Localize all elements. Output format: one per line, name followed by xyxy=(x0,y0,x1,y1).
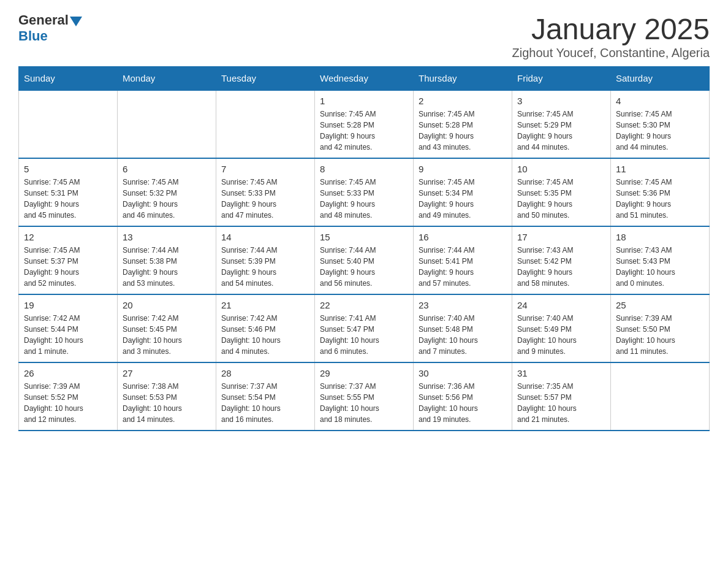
calendar-cell: 12Sunrise: 7:45 AM Sunset: 5:37 PM Dayli… xyxy=(19,226,118,294)
day-info: Sunrise: 7:42 AM Sunset: 5:44 PM Dayligh… xyxy=(24,313,112,357)
logo: General Blue xyxy=(18,12,82,44)
calendar-cell: 31Sunrise: 7:35 AM Sunset: 5:57 PM Dayli… xyxy=(512,362,611,431)
day-number: 8 xyxy=(320,164,408,174)
column-header-sunday: Sunday xyxy=(19,67,118,91)
day-number: 1 xyxy=(320,96,408,106)
day-info: Sunrise: 7:45 AM Sunset: 5:33 PM Dayligh… xyxy=(320,177,408,221)
column-header-monday: Monday xyxy=(118,67,216,91)
calendar-cell: 3Sunrise: 7:45 AM Sunset: 5:29 PM Daylig… xyxy=(512,90,611,158)
calendar-cell xyxy=(216,90,315,158)
day-number: 21 xyxy=(221,300,309,310)
day-number: 6 xyxy=(123,164,211,174)
calendar-cell: 4Sunrise: 7:45 AM Sunset: 5:30 PM Daylig… xyxy=(611,90,710,158)
calendar-cell: 24Sunrise: 7:40 AM Sunset: 5:49 PM Dayli… xyxy=(512,294,611,362)
day-info: Sunrise: 7:44 AM Sunset: 5:41 PM Dayligh… xyxy=(419,245,507,289)
column-header-thursday: Thursday xyxy=(414,67,512,91)
day-number: 16 xyxy=(419,232,507,242)
day-number: 20 xyxy=(123,300,211,310)
calendar-cell: 18Sunrise: 7:43 AM Sunset: 5:43 PM Dayli… xyxy=(611,226,710,294)
calendar-week-row: 5Sunrise: 7:45 AM Sunset: 5:31 PM Daylig… xyxy=(19,158,710,226)
calendar-cell: 29Sunrise: 7:37 AM Sunset: 5:55 PM Dayli… xyxy=(315,362,414,431)
calendar-header-row: SundayMondayTuesdayWednesdayThursdayFrid… xyxy=(19,67,710,91)
calendar-cell xyxy=(19,90,118,158)
day-number: 11 xyxy=(616,164,704,174)
calendar-cell: 7Sunrise: 7:45 AM Sunset: 5:33 PM Daylig… xyxy=(216,158,315,226)
day-number: 30 xyxy=(419,368,507,378)
calendar-cell: 21Sunrise: 7:42 AM Sunset: 5:46 PM Dayli… xyxy=(216,294,315,362)
day-info: Sunrise: 7:45 AM Sunset: 5:31 PM Dayligh… xyxy=(24,177,112,221)
day-info: Sunrise: 7:38 AM Sunset: 5:53 PM Dayligh… xyxy=(123,381,211,425)
calendar-cell: 10Sunrise: 7:45 AM Sunset: 5:35 PM Dayli… xyxy=(512,158,611,226)
day-info: Sunrise: 7:35 AM Sunset: 5:57 PM Dayligh… xyxy=(517,381,605,425)
day-info: Sunrise: 7:42 AM Sunset: 5:46 PM Dayligh… xyxy=(221,313,309,357)
calendar-week-row: 12Sunrise: 7:45 AM Sunset: 5:37 PM Dayli… xyxy=(19,226,710,294)
day-info: Sunrise: 7:40 AM Sunset: 5:48 PM Dayligh… xyxy=(419,313,507,357)
calendar-cell: 22Sunrise: 7:41 AM Sunset: 5:47 PM Dayli… xyxy=(315,294,414,362)
day-number: 3 xyxy=(517,96,605,106)
calendar-week-row: 1Sunrise: 7:45 AM Sunset: 5:28 PM Daylig… xyxy=(19,90,710,158)
day-number: 23 xyxy=(419,300,507,310)
calendar-cell: 28Sunrise: 7:37 AM Sunset: 5:54 PM Dayli… xyxy=(216,362,315,431)
day-info: Sunrise: 7:45 AM Sunset: 5:32 PM Dayligh… xyxy=(123,177,211,221)
calendar-cell: 30Sunrise: 7:36 AM Sunset: 5:56 PM Dayli… xyxy=(414,362,512,431)
calendar-week-row: 19Sunrise: 7:42 AM Sunset: 5:44 PM Dayli… xyxy=(19,294,710,362)
calendar-cell: 16Sunrise: 7:44 AM Sunset: 5:41 PM Dayli… xyxy=(414,226,512,294)
day-info: Sunrise: 7:45 AM Sunset: 5:34 PM Dayligh… xyxy=(419,177,507,221)
calendar-cell: 27Sunrise: 7:38 AM Sunset: 5:53 PM Dayli… xyxy=(118,362,216,431)
column-header-wednesday: Wednesday xyxy=(315,67,414,91)
day-number: 12 xyxy=(24,232,112,242)
day-info: Sunrise: 7:44 AM Sunset: 5:38 PM Dayligh… xyxy=(123,245,211,289)
day-info: Sunrise: 7:39 AM Sunset: 5:50 PM Dayligh… xyxy=(616,313,704,357)
day-info: Sunrise: 7:45 AM Sunset: 5:30 PM Dayligh… xyxy=(616,109,704,153)
day-info: Sunrise: 7:45 AM Sunset: 5:33 PM Dayligh… xyxy=(221,177,309,221)
day-number: 29 xyxy=(320,368,408,378)
calendar-cell: 26Sunrise: 7:39 AM Sunset: 5:52 PM Dayli… xyxy=(19,362,118,431)
calendar-cell: 17Sunrise: 7:43 AM Sunset: 5:42 PM Dayli… xyxy=(512,226,611,294)
day-info: Sunrise: 7:37 AM Sunset: 5:54 PM Dayligh… xyxy=(221,381,309,425)
day-info: Sunrise: 7:44 AM Sunset: 5:39 PM Dayligh… xyxy=(221,245,309,289)
location-subtitle: Zighout Youcef, Constantine, Algeria xyxy=(512,46,710,60)
day-number: 7 xyxy=(221,164,309,174)
column-header-tuesday: Tuesday xyxy=(216,67,315,91)
calendar-cell xyxy=(611,362,710,431)
day-number: 14 xyxy=(221,232,309,242)
day-number: 27 xyxy=(123,368,211,378)
day-number: 28 xyxy=(221,368,309,378)
calendar-cell: 2Sunrise: 7:45 AM Sunset: 5:28 PM Daylig… xyxy=(414,90,512,158)
day-info: Sunrise: 7:41 AM Sunset: 5:47 PM Dayligh… xyxy=(320,313,408,357)
day-info: Sunrise: 7:45 AM Sunset: 5:28 PM Dayligh… xyxy=(419,109,507,153)
day-number: 25 xyxy=(616,300,704,310)
day-number: 17 xyxy=(517,232,605,242)
calendar-cell: 6Sunrise: 7:45 AM Sunset: 5:32 PM Daylig… xyxy=(118,158,216,226)
day-info: Sunrise: 7:42 AM Sunset: 5:45 PM Dayligh… xyxy=(123,313,211,357)
day-number: 26 xyxy=(24,368,112,378)
day-info: Sunrise: 7:43 AM Sunset: 5:42 PM Dayligh… xyxy=(517,245,605,289)
logo-blue: Blue xyxy=(18,28,82,44)
day-number: 24 xyxy=(517,300,605,310)
day-info: Sunrise: 7:36 AM Sunset: 5:56 PM Dayligh… xyxy=(419,381,507,425)
calendar-cell: 14Sunrise: 7:44 AM Sunset: 5:39 PM Dayli… xyxy=(216,226,315,294)
calendar-cell: 25Sunrise: 7:39 AM Sunset: 5:50 PM Dayli… xyxy=(611,294,710,362)
calendar-cell: 20Sunrise: 7:42 AM Sunset: 5:45 PM Dayli… xyxy=(118,294,216,362)
calendar-cell: 15Sunrise: 7:44 AM Sunset: 5:40 PM Dayli… xyxy=(315,226,414,294)
day-number: 18 xyxy=(616,232,704,242)
page-header: General Blue January 2025 Zighout Youcef… xyxy=(18,12,710,60)
day-info: Sunrise: 7:37 AM Sunset: 5:55 PM Dayligh… xyxy=(320,381,408,425)
day-number: 15 xyxy=(320,232,408,242)
day-info: Sunrise: 7:39 AM Sunset: 5:52 PM Dayligh… xyxy=(24,381,112,425)
day-info: Sunrise: 7:45 AM Sunset: 5:35 PM Dayligh… xyxy=(517,177,605,221)
logo-general: General xyxy=(18,12,69,28)
day-number: 2 xyxy=(419,96,507,106)
day-number: 31 xyxy=(517,368,605,378)
day-number: 22 xyxy=(320,300,408,310)
column-header-friday: Friday xyxy=(512,67,611,91)
day-number: 4 xyxy=(616,96,704,106)
day-info: Sunrise: 7:44 AM Sunset: 5:40 PM Dayligh… xyxy=(320,245,408,289)
calendar-cell: 13Sunrise: 7:44 AM Sunset: 5:38 PM Dayli… xyxy=(118,226,216,294)
day-number: 13 xyxy=(123,232,211,242)
calendar-cell: 8Sunrise: 7:45 AM Sunset: 5:33 PM Daylig… xyxy=(315,158,414,226)
day-info: Sunrise: 7:43 AM Sunset: 5:43 PM Dayligh… xyxy=(616,245,704,289)
calendar-cell: 9Sunrise: 7:45 AM Sunset: 5:34 PM Daylig… xyxy=(414,158,512,226)
title-section: January 2025 Zighout Youcef, Constantine… xyxy=(512,12,710,60)
calendar-table: SundayMondayTuesdayWednesdayThursdayFrid… xyxy=(18,66,710,431)
